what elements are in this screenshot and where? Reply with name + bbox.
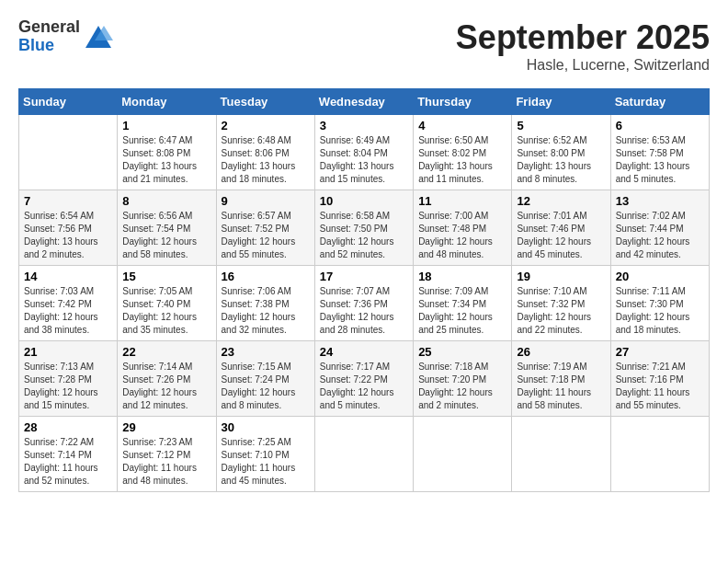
- day-number: 11: [418, 194, 506, 208]
- day-number: 18: [418, 270, 506, 283]
- calendar-cell: [314, 417, 413, 492]
- day-number: 15: [122, 270, 210, 283]
- location: Hasle, Lucerne, Switzerland: [456, 57, 710, 74]
- calendar-cell: 25Sunrise: 7:18 AM Sunset: 7:20 PM Dayli…: [414, 341, 512, 417]
- day-number: 13: [616, 194, 704, 208]
- day-info: Sunrise: 6:58 AM Sunset: 7:50 PM Dayligh…: [320, 210, 408, 261]
- header-wednesday: Wednesday: [314, 89, 413, 115]
- day-number: 6: [616, 119, 704, 132]
- calendar-row: 28Sunrise: 7:22 AM Sunset: 7:14 PM Dayli…: [19, 417, 710, 492]
- day-info: Sunrise: 7:13 AM Sunset: 7:28 PM Dayligh…: [24, 361, 112, 412]
- day-number: 24: [320, 345, 408, 359]
- calendar-header: Sunday Monday Tuesday Wednesday Thursday…: [19, 89, 710, 115]
- day-number: 23: [222, 345, 310, 359]
- header-row: Sunday Monday Tuesday Wednesday Thursday…: [19, 89, 710, 115]
- calendar-cell: 6Sunrise: 6:53 AM Sunset: 7:58 PM Daylig…: [610, 115, 709, 190]
- day-info: Sunrise: 7:15 AM Sunset: 7:24 PM Dayligh…: [222, 361, 310, 412]
- header-tuesday: Tuesday: [216, 89, 314, 115]
- day-info: Sunrise: 7:00 AM Sunset: 7:48 PM Dayligh…: [418, 210, 506, 261]
- calendar-cell: 14Sunrise: 7:03 AM Sunset: 7:42 PM Dayli…: [19, 266, 118, 341]
- day-number: 29: [122, 420, 210, 434]
- day-info: Sunrise: 6:53 AM Sunset: 7:58 PM Dayligh…: [616, 134, 704, 186]
- calendar-row: 21Sunrise: 7:13 AM Sunset: 7:28 PM Dayli…: [19, 341, 710, 417]
- day-info: Sunrise: 7:23 AM Sunset: 7:12 PM Dayligh…: [122, 436, 210, 488]
- calendar-row: 1Sunrise: 6:47 AM Sunset: 8:08 PM Daylig…: [19, 115, 710, 190]
- calendar-cell: 23Sunrise: 7:15 AM Sunset: 7:24 PM Dayli…: [216, 341, 314, 417]
- calendar-row: 14Sunrise: 7:03 AM Sunset: 7:42 PM Dayli…: [19, 266, 710, 341]
- day-info: Sunrise: 7:10 AM Sunset: 7:32 PM Dayligh…: [517, 285, 605, 337]
- day-info: Sunrise: 7:06 AM Sunset: 7:38 PM Dayligh…: [222, 285, 310, 337]
- header-thursday: Thursday: [414, 89, 512, 115]
- day-number: 30: [222, 420, 310, 434]
- day-number: 9: [222, 194, 310, 208]
- day-info: Sunrise: 7:22 AM Sunset: 7:14 PM Dayligh…: [24, 436, 112, 488]
- day-info: Sunrise: 6:57 AM Sunset: 7:52 PM Dayligh…: [222, 210, 310, 261]
- day-number: 2: [222, 119, 310, 132]
- calendar-cell: 27Sunrise: 7:21 AM Sunset: 7:16 PM Dayli…: [610, 341, 709, 417]
- day-number: 26: [517, 345, 605, 359]
- calendar-cell: [610, 417, 709, 492]
- month-title: September 2025: [456, 18, 710, 57]
- day-info: Sunrise: 7:11 AM Sunset: 7:30 PM Dayligh…: [616, 285, 704, 337]
- calendar-cell: 18Sunrise: 7:09 AM Sunset: 7:34 PM Dayli…: [414, 266, 512, 341]
- day-number: 28: [24, 420, 112, 434]
- day-info: Sunrise: 7:17 AM Sunset: 7:22 PM Dayligh…: [320, 361, 408, 412]
- day-number: 1: [122, 119, 210, 132]
- day-number: 21: [24, 345, 112, 359]
- day-number: 19: [517, 270, 605, 283]
- calendar-cell: [512, 417, 610, 492]
- day-number: 10: [320, 194, 408, 208]
- calendar-cell: [414, 417, 512, 492]
- day-info: Sunrise: 6:54 AM Sunset: 7:56 PM Dayligh…: [24, 210, 112, 261]
- day-info: Sunrise: 7:21 AM Sunset: 7:16 PM Dayligh…: [616, 361, 704, 412]
- header-saturday: Saturday: [610, 89, 709, 115]
- logo: General Blue: [18, 18, 113, 55]
- calendar-cell: 26Sunrise: 7:19 AM Sunset: 7:18 PM Dayli…: [512, 341, 610, 417]
- calendar-cell: 21Sunrise: 7:13 AM Sunset: 7:28 PM Dayli…: [19, 341, 118, 417]
- calendar-cell: 17Sunrise: 7:07 AM Sunset: 7:36 PM Dayli…: [314, 266, 413, 341]
- day-info: Sunrise: 7:07 AM Sunset: 7:36 PM Dayligh…: [320, 285, 408, 337]
- calendar-row: 7Sunrise: 6:54 AM Sunset: 7:56 PM Daylig…: [19, 190, 710, 266]
- day-info: Sunrise: 6:56 AM Sunset: 7:54 PM Dayligh…: [122, 210, 210, 261]
- calendar-cell: 12Sunrise: 7:01 AM Sunset: 7:46 PM Dayli…: [512, 190, 610, 266]
- day-info: Sunrise: 6:48 AM Sunset: 8:06 PM Dayligh…: [222, 134, 310, 186]
- header-sunday: Sunday: [19, 89, 118, 115]
- title-block: September 2025 Hasle, Lucerne, Switzerla…: [456, 18, 710, 74]
- day-number: 20: [616, 270, 704, 283]
- day-info: Sunrise: 7:05 AM Sunset: 7:40 PM Dayligh…: [122, 285, 210, 337]
- calendar-cell: 16Sunrise: 7:06 AM Sunset: 7:38 PM Dayli…: [216, 266, 314, 341]
- calendar-cell: 1Sunrise: 6:47 AM Sunset: 8:08 PM Daylig…: [118, 115, 216, 190]
- calendar-cell: 30Sunrise: 7:25 AM Sunset: 7:10 PM Dayli…: [216, 417, 314, 492]
- day-number: 22: [122, 345, 210, 359]
- day-info: Sunrise: 7:03 AM Sunset: 7:42 PM Dayligh…: [24, 285, 112, 337]
- day-info: Sunrise: 7:01 AM Sunset: 7:46 PM Dayligh…: [517, 210, 605, 261]
- day-info: Sunrise: 6:49 AM Sunset: 8:04 PM Dayligh…: [320, 134, 408, 186]
- day-number: 25: [418, 345, 506, 359]
- day-number: 17: [320, 270, 408, 283]
- day-number: 8: [122, 194, 210, 208]
- logo-text: General Blue: [18, 18, 80, 55]
- calendar-body: 1Sunrise: 6:47 AM Sunset: 8:08 PM Daylig…: [19, 115, 710, 492]
- day-number: 4: [418, 119, 506, 132]
- calendar-cell: 11Sunrise: 7:00 AM Sunset: 7:48 PM Dayli…: [414, 190, 512, 266]
- calendar-cell: 28Sunrise: 7:22 AM Sunset: 7:14 PM Dayli…: [19, 417, 118, 492]
- calendar-cell: 7Sunrise: 6:54 AM Sunset: 7:56 PM Daylig…: [19, 190, 118, 266]
- logo-icon: [84, 24, 113, 50]
- calendar-cell: 3Sunrise: 6:49 AM Sunset: 8:04 PM Daylig…: [314, 115, 413, 190]
- calendar-cell: 24Sunrise: 7:17 AM Sunset: 7:22 PM Dayli…: [314, 341, 413, 417]
- day-number: 14: [24, 270, 112, 283]
- calendar-table: Sunday Monday Tuesday Wednesday Thursday…: [18, 88, 710, 492]
- header-monday: Monday: [118, 89, 216, 115]
- page-header: General Blue September 2025 Hasle, Lucer…: [18, 18, 710, 74]
- day-info: Sunrise: 6:50 AM Sunset: 8:02 PM Dayligh…: [418, 134, 506, 186]
- day-number: 27: [616, 345, 704, 359]
- day-info: Sunrise: 7:14 AM Sunset: 7:26 PM Dayligh…: [122, 361, 210, 412]
- calendar-cell: 13Sunrise: 7:02 AM Sunset: 7:44 PM Dayli…: [610, 190, 709, 266]
- day-info: Sunrise: 7:19 AM Sunset: 7:18 PM Dayligh…: [517, 361, 605, 412]
- calendar-cell: 8Sunrise: 6:56 AM Sunset: 7:54 PM Daylig…: [118, 190, 216, 266]
- calendar-cell: 4Sunrise: 6:50 AM Sunset: 8:02 PM Daylig…: [414, 115, 512, 190]
- calendar-cell: 29Sunrise: 7:23 AM Sunset: 7:12 PM Dayli…: [118, 417, 216, 492]
- day-number: 7: [24, 194, 112, 208]
- calendar-cell: 10Sunrise: 6:58 AM Sunset: 7:50 PM Dayli…: [314, 190, 413, 266]
- calendar-cell: 5Sunrise: 6:52 AM Sunset: 8:00 PM Daylig…: [512, 115, 610, 190]
